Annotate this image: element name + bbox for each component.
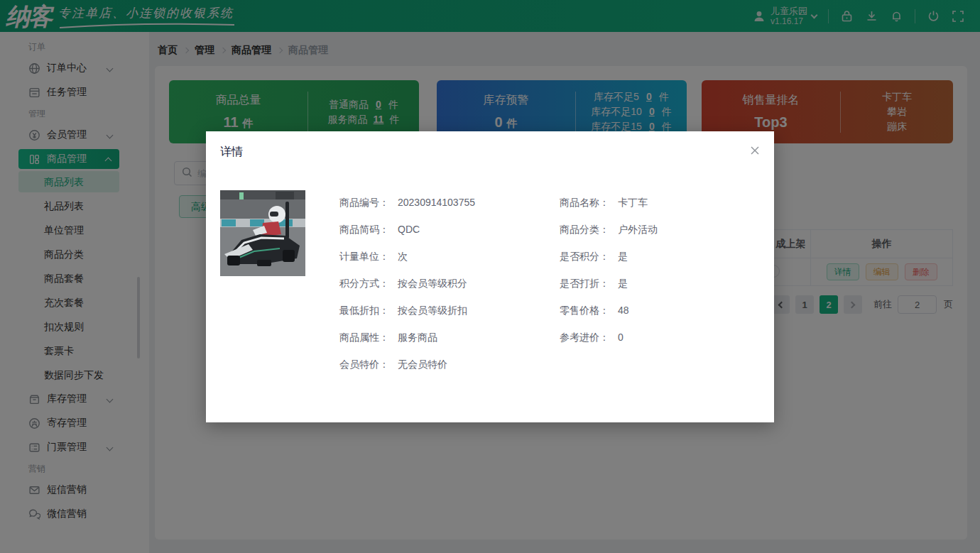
- modal-fields-right: 商品名称：卡丁车 商品分类：户外活动 是否积分：是 是否打折：是 零售价格：48…: [560, 189, 766, 351]
- field-has-points: 是否积分：是: [560, 243, 766, 270]
- modal-fields-left: 商品编号：20230914103755 商品简码：QDC 计量单位：次 积分方式…: [339, 189, 552, 378]
- field-retail-price: 零售价格：48: [560, 297, 766, 324]
- field-goods-name: 商品名称：卡丁车: [560, 189, 766, 216]
- field-discountable: 是否打折：是: [560, 270, 766, 297]
- field-goods-no: 商品编号：20230914103755: [339, 189, 552, 216]
- product-image: [220, 190, 305, 276]
- detail-modal: 详情: [206, 131, 774, 422]
- field-ref-cost: 参考进价：0: [560, 324, 766, 351]
- field-goods-category: 商品分类：户外活动: [560, 216, 766, 243]
- modal-title: 详情: [220, 145, 243, 160]
- field-min-discount: 最低折扣：按会员等级折扣: [339, 297, 552, 324]
- field-unit: 计量单位：次: [339, 243, 552, 270]
- app-window: 纳客 专注单店、小连锁的收银系统 儿童乐园 v1.16.17: [0, 0, 980, 553]
- close-icon[interactable]: [748, 144, 761, 157]
- field-member-price: 会员特价：无会员特价: [339, 351, 552, 378]
- field-goods-attr: 商品属性：服务商品: [339, 324, 552, 351]
- field-points-method: 积分方式：按会员等级积分: [339, 270, 552, 297]
- field-goods-code: 商品简码：QDC: [339, 216, 552, 243]
